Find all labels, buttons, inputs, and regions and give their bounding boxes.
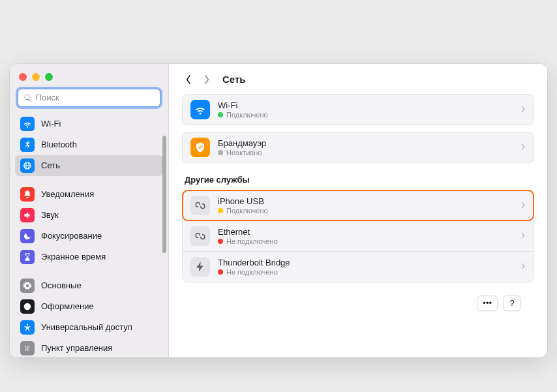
row-status: Не подключено: [218, 237, 513, 245]
accessibility-icon: [20, 320, 35, 335]
wifi-icon: [20, 117, 35, 131]
sidebar-item-label: Фокусирование: [41, 231, 102, 241]
more-button[interactable]: •••: [477, 295, 498, 311]
appearance-icon: [20, 299, 35, 314]
sidebar-item-label: Wi-Fi: [41, 119, 61, 128]
search-icon: [23, 93, 32, 102]
bluetooth-icon: [20, 138, 35, 152]
section-title-other: Другие службы: [185, 175, 532, 185]
chevron-right-icon: [520, 142, 526, 153]
page-title: Сеть: [222, 74, 246, 85]
sidebar-item-control[interactable]: Пункт управления: [15, 338, 163, 357]
sidebar-item-label: Основные: [41, 280, 82, 290]
sidebar-item-label: Bluetooth: [41, 140, 77, 149]
svg-point-1: [27, 324, 28, 325]
row-title: Wi-Fi: [218, 100, 513, 110]
sidebar-scrollbar[interactable]: [162, 136, 166, 253]
main-panel: Сеть Wi-FiПодключено БрандмауэрНеактивно…: [169, 64, 547, 357]
sidebar-item-bell[interactable]: Уведомления: [15, 184, 163, 205]
speaker-icon: [20, 208, 35, 222]
row-title: Брандмауэр: [218, 138, 513, 148]
status-dot: [218, 239, 223, 244]
network-row-bolt[interactable]: Thunderbolt BridgeНе подключено: [183, 251, 534, 282]
status-dot: [218, 150, 223, 155]
footer-actions: ••• ?: [182, 289, 534, 311]
row-title: Thunderbolt Bridge: [218, 258, 513, 267]
chevron-right-icon: [520, 200, 526, 211]
sidebar-item-hourglass[interactable]: Экранное время: [15, 247, 163, 267]
status-text: Подключено: [226, 207, 268, 215]
sidebar-item-wifi[interactable]: Wi-Fi: [15, 113, 163, 134]
sidebar-item-label: Оформление: [41, 301, 94, 311]
sidebar-item-label: Экранное время: [41, 252, 106, 262]
sidebar-item-bluetooth[interactable]: Bluetooth: [15, 134, 163, 155]
chevron-right-icon: [520, 261, 526, 273]
sidebar-item-label: Уведомления: [41, 189, 94, 199]
close-button[interactable]: [19, 73, 27, 81]
status-dot: [218, 208, 223, 213]
sidebar-list[interactable]: Wi-FiBluetoothСеть УведомленияЗвукФокуси…: [10, 113, 168, 357]
sidebar-item-appearance[interactable]: Оформление: [15, 296, 163, 317]
control-icon: [20, 341, 35, 355]
search-input[interactable]: [36, 93, 155, 102]
sidebar-item-speaker[interactable]: Звук: [15, 205, 163, 226]
window-controls: [10, 64, 168, 85]
wifi-icon: [190, 100, 210, 119]
row-title: Ethernet: [218, 227, 513, 237]
chain-icon: [190, 196, 210, 215]
network-row-chain[interactable]: EthernetНе подключено: [183, 220, 534, 251]
row-status: Подключено: [218, 111, 513, 119]
sidebar-item-accessibility[interactable]: Универсальный доступ: [15, 317, 163, 338]
chevron-right-icon: [520, 104, 526, 115]
fullscreen-button[interactable]: [45, 73, 53, 81]
sidebar-item-label: Универсальный доступ: [41, 322, 132, 332]
sidebar-item-label: Сеть: [41, 160, 60, 170]
status-text: Подключено: [226, 111, 268, 119]
search-field[interactable]: [18, 89, 160, 107]
sidebar-item-gear[interactable]: Основные: [15, 275, 163, 296]
shield-icon: [190, 138, 210, 157]
bell-icon: [20, 187, 35, 202]
row-status: Подключено: [218, 207, 513, 215]
sidebar-item-moon[interactable]: Фокусирование: [15, 226, 163, 247]
hourglass-icon: [20, 250, 35, 264]
chain-icon: [190, 226, 210, 246]
sidebar-item-label: Звук: [41, 210, 59, 220]
back-button[interactable]: [182, 72, 195, 87]
row-status: Не подключено: [218, 268, 513, 276]
sidebar-item-globe[interactable]: Сеть: [15, 155, 163, 176]
settings-window: Wi-FiBluetoothСеть УведомленияЗвукФокуси…: [10, 64, 547, 357]
status-text: Не подключено: [226, 268, 278, 276]
status-text: Неактивно: [226, 149, 262, 157]
status-text: Не подключено: [226, 237, 278, 245]
network-row-shield[interactable]: БрандмауэрНеактивно: [183, 132, 534, 162]
globe-icon: [20, 158, 35, 173]
status-dot: [218, 112, 223, 117]
help-button[interactable]: ?: [503, 295, 521, 311]
network-row-wifi[interactable]: Wi-FiПодключено: [183, 95, 534, 125]
bolt-icon: [190, 257, 210, 277]
row-status: Неактивно: [218, 149, 513, 157]
forward-button[interactable]: [200, 72, 213, 87]
row-title: iPhone USB: [218, 196, 513, 206]
sidebar: Wi-FiBluetoothСеть УведомленияЗвукФокуси…: [10, 64, 169, 357]
moon-icon: [20, 229, 35, 243]
status-dot: [218, 269, 223, 275]
header: Сеть: [169, 64, 547, 94]
chevron-right-icon: [520, 230, 526, 242]
gear-icon: [20, 279, 35, 293]
network-row-chain[interactable]: iPhone USBПодключено: [183, 190, 534, 220]
content: Wi-FiПодключено БрандмауэрНеактивно Друг…: [169, 94, 547, 357]
minimize-button[interactable]: [32, 73, 40, 81]
sidebar-item-label: Пункт управления: [41, 343, 112, 353]
